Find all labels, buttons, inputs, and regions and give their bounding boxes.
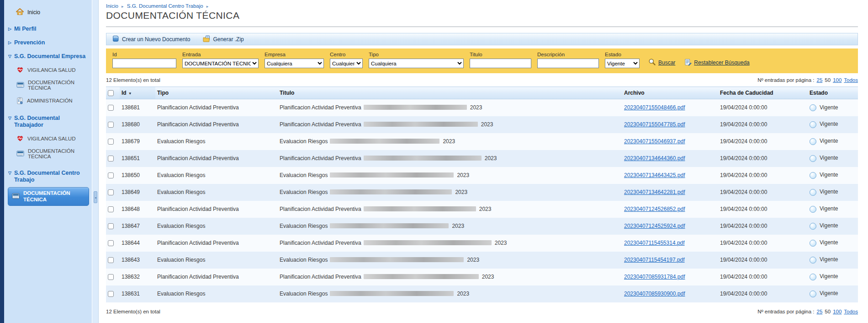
row-estado: Vigente [808,235,858,252]
sidebar-item-prevencion[interactable]: ▷ Prevención [4,36,92,49]
file-link[interactable]: 20230407115454197.pdf [624,257,685,263]
per-page-todos[interactable]: Todos [844,77,858,83]
file-link[interactable]: 20230407155046937.pdf [624,138,685,145]
header-estado[interactable]: Estado [808,87,858,99]
splitter-handle-icon[interactable]: ◂ [94,191,97,203]
centro-label: Centro [330,52,363,57]
file-link[interactable]: 20230407134643425.pdf [624,172,685,178]
row-tipo: Planificacion Actividad Preventiva [155,269,278,285]
row-id: 138650 [120,167,155,184]
per-page-todos[interactable]: Todos [844,309,858,314]
sidebar-item-mi-perfil[interactable]: ▷ Mi Perfil [4,22,92,36]
file-link[interactable]: 20230407134642281.pdf [624,189,685,195]
id-input[interactable] [112,59,176,68]
titulo-input[interactable] [470,59,531,68]
redacted-text [364,274,479,279]
chevron-collapsed-icon: ▷ [8,27,11,32]
row-checkbox[interactable] [108,291,114,297]
row-checkbox[interactable] [108,172,114,178]
file-link[interactable]: 20230407134644360.pdf [624,155,685,162]
sidebar-group-label: S.G. Documental Centro Trabajo [14,170,89,183]
file-link[interactable]: 20230407124526852.pdf [624,206,685,212]
row-checkbox-cell [106,235,120,252]
row-tipo: Planificacion Actividad Preventiva [155,150,278,167]
row-id: 138644 [120,235,155,252]
row-checkbox-cell [106,133,120,150]
sidebar-item-empresa-documentacion-tecnica[interactable]: DOCUMENTACIÓN TÉCNICA [4,76,92,94]
row-fecha: 19/04/2024 0:00:00 [718,218,808,235]
row-estado: Vigente [808,116,858,133]
row-checkbox[interactable] [108,257,114,263]
sidebar-item-sg-documental-centro-trabajo[interactable]: ▽ S.G. Documental Centro Trabajo [4,166,92,187]
zip-icon [203,35,210,43]
row-checkbox[interactable] [108,189,114,195]
row-fecha: 19/04/2024 0:00:00 [718,167,808,184]
row-archivo: 20230407155047785.pdf [622,116,718,133]
row-titulo: Evaluacion Riesgos2023 [278,133,622,150]
header-titulo[interactable]: Titulo [278,87,622,99]
row-titulo: Evaluacion Riesgos2023 [278,184,622,201]
file-link[interactable]: 20230407085930900.pdf [624,291,685,297]
row-checkbox[interactable] [108,122,114,128]
row-checkbox-cell [106,218,120,235]
row-checkbox[interactable] [108,206,114,212]
entrada-select[interactable]: DOCUMENTACIÓN TÉCNICA [182,59,259,68]
create-document-button[interactable]: Crear un Nuevo Documento [112,35,190,43]
row-checkbox[interactable] [108,223,114,229]
sidebar-item-sg-documental-trabajador[interactable]: ▽ S.G. Documental Trabajador [4,111,92,132]
per-page-selector: Nº entradas por página : 25 50 100 Todos [757,309,858,314]
row-checkbox[interactable] [108,274,114,280]
file-link[interactable]: 20230407085931784.pdf [624,274,685,280]
header-checkbox-cell [106,87,120,99]
breadcrumb-section[interactable]: S.G. Documental Centro Trabajo [127,3,203,9]
row-titulo: Planificacion Actividad Preventiva2023 [278,201,622,218]
row-checkbox[interactable] [108,156,114,162]
file-link[interactable]: 20230407155047785.pdf [624,121,685,128]
header-archivo[interactable]: Archivo [622,87,718,99]
status-label: Vigente [820,222,838,229]
sidebar-item-trabajador-documentacion-tecnica[interactable]: DOCUMENTACIÓN TÉCNICA [4,145,92,162]
empresa-select[interactable]: Cualquiera [265,59,324,68]
per-page-100[interactable]: 100 [833,77,842,83]
centro-select[interactable]: Cualquiera [330,59,363,68]
left-edge-bar [0,0,4,323]
restablecer-busqueda-button[interactable]: Restablecer Búsqueda [684,59,749,67]
estado-select[interactable]: Vigente [605,59,640,68]
sidebar-item-sg-documental-empresa[interactable]: ▽ S.G. Documental Empresa [4,49,92,63]
file-link[interactable]: 20230407155048466.pdf [624,104,685,111]
status-icon [810,291,816,297]
tipo-select[interactable]: Cualquiera [369,59,464,68]
create-document-label: Crear un Nuevo Documento [122,36,190,43]
row-checkbox-cell [106,184,120,201]
row-estado: Vigente [808,201,858,218]
header-fecha-caducidad[interactable]: Fecha de Caducidad [718,87,808,99]
sidebar-item-empresa-vigilancia-salud[interactable]: VIGILANCIA SALUD [4,63,92,76]
generate-zip-button[interactable]: Generar .Zip [203,35,243,43]
sidebar-item-empresa-administracion[interactable]: ADMINISTRACIÓN [4,94,92,108]
per-page-25[interactable]: 25 [817,309,823,314]
per-page-25[interactable]: 25 [817,77,823,83]
sidebar-splitter[interactable]: ◂ [92,0,99,323]
buscar-button[interactable]: Buscar [648,58,675,67]
file-link[interactable]: 20230407124525924.pdf [624,223,685,229]
row-checkbox[interactable] [108,240,114,246]
row-tipo: Evaluacion Riesgos [155,218,278,235]
sidebar-item-inicio[interactable]: Inicio [4,5,92,22]
sidebar-item-centro-documentacion-tecnica[interactable]: DOCUMENTACIÓN TÉCNICA [8,187,89,206]
sidebar-item-trabajador-vigilancia-salud[interactable]: VIGILANCIA SALUD [4,132,92,145]
row-fecha: 19/04/2024 0:00:00 [718,133,808,150]
header-tipo[interactable]: Tipo [155,87,278,99]
select-all-checkbox[interactable] [108,90,114,96]
results-summary-top: 12 Elemento(s) en total Nº entradas por … [106,77,858,83]
per-page-selector: Nº entradas por página : 25 50 100 Todos [757,77,858,83]
descripcion-input[interactable] [537,59,599,68]
row-checkbox[interactable] [108,105,114,111]
file-link[interactable]: 20230407115455314.pdf [624,240,685,246]
per-page-100[interactable]: 100 [833,309,842,314]
row-archivo: 20230407085931784.pdf [622,269,718,285]
row-checkbox[interactable] [108,139,114,145]
chevron-collapsed-icon: ▷ [8,40,11,45]
header-id[interactable]: Id▼ [120,87,155,99]
breadcrumb-inicio[interactable]: Inicio [106,3,118,9]
row-checkbox-cell [106,116,120,133]
